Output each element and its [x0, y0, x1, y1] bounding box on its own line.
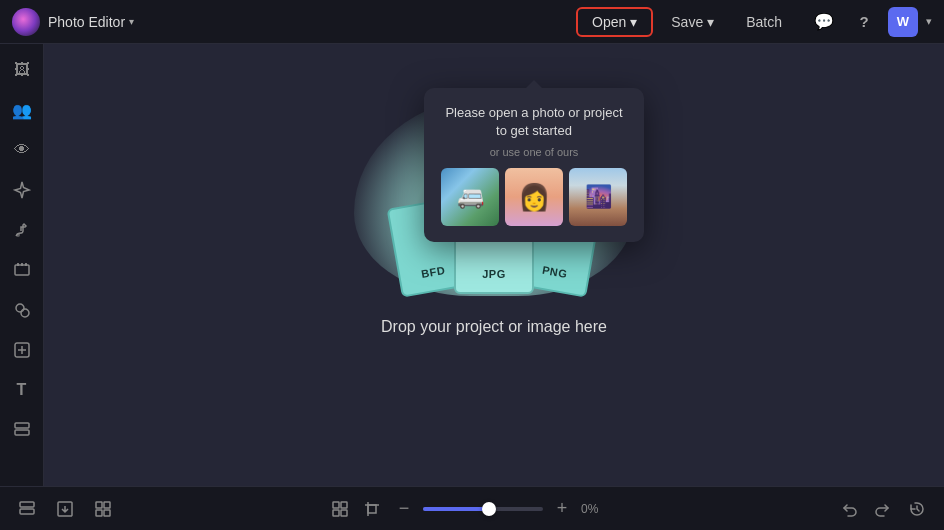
- open-dropdown-panel: Please open a photo or project to get st…: [424, 88, 644, 242]
- sample-image-city[interactable]: [569, 168, 627, 226]
- help-button[interactable]: ?: [848, 6, 880, 38]
- batch-button-label: Batch: [746, 14, 782, 30]
- user-menu-chevron[interactable]: ▾: [926, 15, 932, 28]
- svg-rect-20: [341, 510, 347, 516]
- sidebar-item-effects[interactable]: [4, 332, 40, 368]
- zoom-out-icon: −: [399, 498, 410, 519]
- svg-rect-17: [333, 502, 339, 508]
- dropdown-subtitle: or use one of ours: [440, 146, 628, 158]
- chat-icon: 💬: [814, 12, 834, 31]
- layers-bottom-icon[interactable]: [12, 494, 42, 524]
- svg-point-5: [16, 304, 24, 312]
- redo-button[interactable]: [868, 494, 898, 524]
- canvas-area[interactable]: Please open a photo or project to get st…: [44, 44, 944, 486]
- svg-rect-15: [96, 510, 102, 516]
- svg-rect-3: [21, 263, 23, 266]
- app-title-button[interactable]: Photo Editor ▾: [48, 14, 134, 30]
- logo-button[interactable]: [12, 8, 40, 36]
- batch-button[interactable]: Batch: [732, 9, 796, 35]
- zoom-slider[interactable]: [423, 507, 543, 511]
- user-avatar[interactable]: W: [888, 7, 918, 37]
- left-sidebar: 🖼 👥 👁: [0, 44, 44, 486]
- sidebar-item-image[interactable]: 🖼: [4, 52, 40, 88]
- sidebar-item-text[interactable]: T: [4, 372, 40, 408]
- crop-button[interactable]: [359, 496, 385, 522]
- sample-images-row: [440, 168, 628, 226]
- bfd-file-label: BFD: [420, 264, 446, 280]
- svg-rect-2: [17, 263, 19, 266]
- sidebar-item-film[interactable]: [4, 252, 40, 288]
- bottombar: − + 0%: [0, 486, 944, 530]
- svg-rect-8: [15, 423, 29, 428]
- save-button[interactable]: Save ▾: [657, 9, 728, 35]
- topbar: Photo Editor ▾ Open ▾ Save ▾ Batch 💬 ? W…: [0, 0, 944, 44]
- text-icon: T: [17, 381, 27, 399]
- svg-rect-9: [15, 430, 29, 435]
- jpg-file-label: JPG: [482, 268, 506, 280]
- user-initial: W: [897, 14, 909, 29]
- svg-rect-11: [20, 509, 34, 514]
- sample-image-person[interactable]: [505, 168, 563, 226]
- open-button[interactable]: Open ▾: [576, 7, 653, 37]
- open-button-chevron: ▾: [630, 14, 637, 30]
- bottom-right-actions: [834, 494, 932, 524]
- sidebar-item-people[interactable]: 👥: [4, 92, 40, 128]
- app-title-text: Photo Editor: [48, 14, 125, 30]
- drop-text: Drop your project or image here: [381, 318, 607, 336]
- svg-rect-16: [104, 510, 110, 516]
- sidebar-item-brush[interactable]: [4, 212, 40, 248]
- sample-image-van[interactable]: [441, 168, 499, 226]
- grid-bottom-icon[interactable]: [88, 494, 118, 524]
- film-icon: [13, 261, 31, 279]
- svg-rect-18: [341, 502, 347, 508]
- svg-rect-1: [15, 265, 29, 275]
- layers-icon: [13, 421, 31, 439]
- save-button-label: Save: [671, 14, 703, 30]
- undo-button[interactable]: [834, 494, 864, 524]
- svg-rect-13: [96, 502, 102, 508]
- history-button[interactable]: [902, 494, 932, 524]
- zoom-in-button[interactable]: +: [549, 496, 575, 522]
- svg-rect-10: [20, 502, 34, 507]
- open-button-label: Open: [592, 14, 626, 30]
- shapes-icon: [13, 301, 31, 319]
- zoom-out-button[interactable]: −: [391, 496, 417, 522]
- save-button-chevron: ▾: [707, 14, 714, 30]
- sidebar-item-layers[interactable]: [4, 412, 40, 448]
- effects-icon: [13, 341, 31, 359]
- svg-rect-19: [333, 510, 339, 516]
- sidebar-item-eye[interactable]: 👁: [4, 132, 40, 168]
- svg-rect-14: [104, 502, 110, 508]
- main-area: 🖼 👥 👁: [0, 44, 944, 486]
- svg-rect-21: [368, 505, 376, 513]
- svg-point-6: [21, 309, 29, 317]
- svg-point-0: [16, 233, 20, 237]
- png-file-label: PNG: [541, 264, 568, 280]
- fit-view-button[interactable]: [327, 496, 353, 522]
- zoom-in-icon: +: [557, 498, 568, 519]
- zoom-track: [423, 507, 489, 511]
- help-icon: ?: [859, 13, 868, 30]
- chat-button[interactable]: 💬: [808, 6, 840, 38]
- zoom-controls: − + 0%: [327, 496, 617, 522]
- svg-rect-4: [25, 263, 27, 266]
- export-bottom-icon[interactable]: [50, 494, 80, 524]
- dropdown-title: Please open a photo or project to get st…: [440, 104, 628, 140]
- sidebar-item-shapes[interactable]: [4, 292, 40, 328]
- sparkle-icon: [13, 181, 31, 199]
- app-title-chevron: ▾: [129, 16, 134, 27]
- brush-icon: [13, 221, 31, 239]
- zoom-percentage: 0%: [581, 502, 617, 516]
- sidebar-item-sparkle[interactable]: [4, 172, 40, 208]
- zoom-thumb[interactable]: [482, 502, 496, 516]
